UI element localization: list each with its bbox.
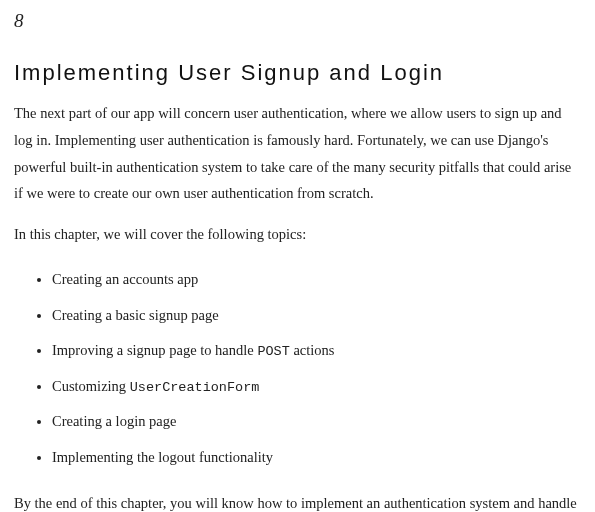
chapter-title: Implementing User Signup and Login xyxy=(14,60,581,86)
chapter-number: 8 xyxy=(14,10,581,32)
intro-paragraph: The next part of our app will concern us… xyxy=(14,100,581,207)
topic-text: Creating a basic signup page xyxy=(52,307,219,323)
outro-paragraph: By the end of this chapter, you will kno… xyxy=(14,490,581,512)
page: 8 Implementing User Signup and Login The… xyxy=(0,0,595,512)
topic-text: Creating an accounts app xyxy=(52,271,198,287)
list-item: Creating a login page xyxy=(52,404,581,440)
topic-text: Creating a login page xyxy=(52,413,176,429)
topic-text: Improving a signup page to handle xyxy=(52,342,257,358)
topic-text: Implementing the logout functionality xyxy=(52,449,273,465)
list-item: Creating a basic signup page xyxy=(52,298,581,334)
topics-list: Creating an accounts app Creating a basi… xyxy=(14,262,581,476)
list-item: Customizing UserCreationForm xyxy=(52,369,581,405)
topic-text-post: actions xyxy=(290,342,335,358)
list-item: Implementing the logout functionality xyxy=(52,440,581,476)
list-item: Improving a signup page to handle POST a… xyxy=(52,333,581,369)
list-item: Creating an accounts app xyxy=(52,262,581,298)
topics-intro: In this chapter, we will cover the follo… xyxy=(14,221,581,248)
topic-code: UserCreationForm xyxy=(130,380,260,395)
topic-text: Customizing xyxy=(52,378,130,394)
topic-code: POST xyxy=(257,344,289,359)
